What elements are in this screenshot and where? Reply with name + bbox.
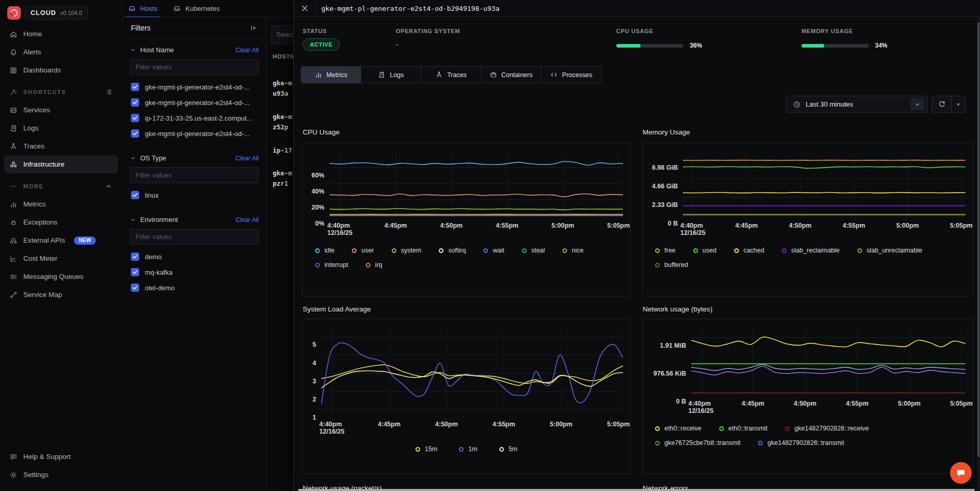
legend-item[interactable]: idle [315,247,334,254]
os-value: - [396,40,398,48]
chevron-up-icon[interactable] [105,182,113,190]
legend-item[interactable]: eth0::transmit [719,425,768,432]
y-axis-label: 60% [311,172,324,179]
legend-item[interactable]: steal [522,247,545,254]
support-chat-button[interactable] [950,462,972,484]
legend-item[interactable]: softirq [439,247,466,254]
tab-logs[interactable]: Logs [361,67,421,83]
clear-all-link[interactable]: Clear All [235,216,259,224]
clear-all-link[interactable]: Clear All [235,155,259,162]
checkbox-checked-icon[interactable] [131,114,139,122]
legend-item[interactable]: used [693,247,717,254]
chevron-down-icon[interactable] [130,47,136,53]
tab-metrics[interactable]: Metrics [301,67,361,83]
legend-item[interactable]: 1m [459,445,477,453]
tab-hosts[interactable]: Hosts [127,0,158,17]
table-row[interactable]: gke-mz52p [273,112,292,132]
legend-item[interactable]: nice [562,247,584,254]
clear-all-link[interactable]: Clear All [235,47,259,54]
sidebar-item-exceptions[interactable]: Exceptions [4,213,118,231]
sidebar-item-traces[interactable]: Traces [4,137,118,155]
sidebar-item-service-map[interactable]: Service Map [4,286,118,304]
host-name-filter-input[interactable] [130,59,259,75]
filter-option[interactable]: otel-demo [130,280,259,295]
legend-item[interactable]: gke14827902826::transmit [758,439,844,447]
checkbox-checked-icon[interactable] [131,284,139,292]
sidebar-item-metrics[interactable]: Metrics [4,195,118,213]
legend-item[interactable]: slab_unreclaimable [857,247,923,254]
tab-processes[interactable]: Processes [541,67,601,83]
checkbox-checked-icon[interactable] [131,83,139,91]
checkbox-checked-icon[interactable] [131,252,139,261]
sidebar-item-label: Exceptions [23,218,57,226]
filter-option[interactable]: gke-mgmt-pl-generator-e2st4-od-... [130,95,259,110]
app-logo-icon[interactable] [7,6,21,20]
legend-item[interactable]: 5m [499,445,517,453]
time-range-selector[interactable]: Last 30 minutes [786,96,928,113]
x-axis-label: 5:00pm [896,222,919,229]
legend-item[interactable]: gke76725cbe7b8::transmit [655,439,740,447]
scrollbar-thumb[interactable] [977,22,979,457]
legend-item[interactable]: interrupt [315,261,348,269]
table-row[interactable]: gke-mu93a [273,78,292,99]
checkbox-checked-icon[interactable] [131,129,139,138]
refresh-icon[interactable] [932,96,951,112]
checkbox-checked-icon[interactable] [131,268,139,276]
close-icon[interactable] [300,4,309,13]
table-row[interactable]: ip-17 [273,145,292,156]
sidebar-item-dashboards[interactable]: Dashboards [4,61,118,79]
sidebar-item-alerts[interactable]: Alerts [4,43,118,61]
environment-filter-input[interactable] [130,229,259,245]
sidebar-item-help-support[interactable]: Help & Support [4,448,118,466]
filter-option[interactable]: demo [130,249,259,264]
sidebar-section-more[interactable]: MORE [4,177,118,195]
brand-name: CLOUD [31,9,56,17]
legend-item[interactable]: slab_reclaimable [782,247,840,254]
sidebar-item-label: Messaging Queues [23,273,83,280]
table-row[interactable]: gke-mpzr1 [273,168,292,189]
legend-ring-icon [857,248,862,253]
sidebar-item-logs[interactable]: Logs [4,119,118,137]
list-edit-icon[interactable] [105,88,113,96]
legend-item[interactable]: cached [734,247,764,254]
legend-item[interactable]: irq [366,261,382,269]
sidebar-item-home[interactable]: Home [4,25,118,43]
horizontal-scrollbar[interactable] [298,489,975,491]
filter-option[interactable]: ip-172-31-33-25.us-east-2.comput... [130,110,259,126]
legend-item[interactable]: 15m [415,445,437,453]
tab-traces[interactable]: Traces [421,67,481,83]
os-type-filter-input[interactable] [130,167,259,183]
chevron-down-icon[interactable] [130,217,136,223]
filter-option[interactable]: linux [130,187,259,203]
tab-containers[interactable]: Containers [481,67,541,83]
legend-item[interactable]: eth0::receive [655,425,702,432]
vertical-scrollbar[interactable] [977,17,980,491]
sidebar-item-settings[interactable]: Settings [4,466,118,484]
filter-option[interactable]: gke-mgmt-pl-generator-e2st4-od-... [130,126,259,141]
legend-item[interactable]: wait [483,247,504,254]
series-line [691,366,966,375]
legend-item[interactable]: buffered [655,261,688,269]
refresh-options-caret[interactable]: ▾ [951,96,965,112]
chevron-down-icon[interactable] [911,98,924,110]
legend-label: wait [493,247,504,254]
sidebar-item-infrastructure[interactable]: Infrastructure [4,155,118,173]
legend-item[interactable]: user [352,247,374,254]
collapse-panel-icon[interactable] [249,24,258,32]
sidebar-item-services[interactable]: Services [4,101,118,119]
chevron-down-icon[interactable] [130,155,136,161]
legend-item[interactable]: free [655,247,676,254]
legend-item[interactable]: gke14827902826::receive [785,425,869,432]
tab-kubernetes[interactable]: Kubernetes [172,0,221,17]
checkbox-checked-icon[interactable] [131,191,139,199]
filter-option[interactable]: mq-kafka [130,264,259,280]
filter-option[interactable]: gke-mgmt-pl-generator-e2st4-od-... [130,79,259,95]
sidebar-item-cost-meter[interactable]: Cost Meter [4,249,118,267]
legend-item[interactable]: system [392,247,422,254]
y-axis-label: 2 [313,396,316,403]
legend-label: system [401,247,422,254]
hosts-search-input[interactable]: Search [271,25,293,44]
sidebar-item-external-apis[interactable]: External APIs NEW [4,231,118,249]
checkbox-checked-icon[interactable] [131,98,139,107]
sidebar-item-messaging-queues[interactable]: Messaging Queues [4,267,118,286]
